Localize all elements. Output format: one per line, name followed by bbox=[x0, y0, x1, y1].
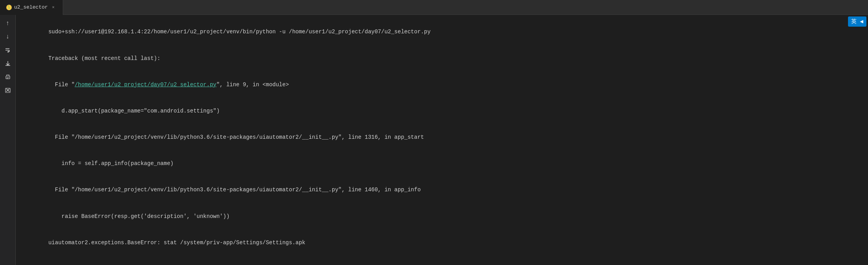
python-icon: 🐍 bbox=[6, 5, 12, 10]
file-prefix: File " bbox=[48, 82, 75, 88]
terminal-line-7: File "/home/user1/u2_project/venv/lib/py… bbox=[22, 177, 838, 203]
code-text-2: info = self.app_info(package_name) bbox=[48, 160, 173, 167]
lang-badge-label: 英 ◀ bbox=[851, 18, 863, 25]
terminal-area[interactable]: sudo+ssh://user1@192.168.1.4:22/home/use… bbox=[16, 15, 844, 265]
right-panel: 英 ◀ bbox=[844, 15, 868, 265]
file-suffix: ", line 9, in <module> bbox=[217, 82, 289, 88]
download-button[interactable] bbox=[2, 58, 13, 69]
terminal-line-6: info = self.app_info(package_name) bbox=[22, 151, 838, 177]
main-content: ↑ ↓ bbox=[0, 15, 868, 265]
scroll-up-button[interactable]: ↑ bbox=[2, 18, 13, 29]
tab-close-button[interactable]: × bbox=[50, 4, 56, 11]
left-toolbar: ↑ ↓ bbox=[0, 15, 16, 265]
terminal-line-8: raise BaseError(resp.get('description', … bbox=[22, 203, 838, 229]
code-text-1: d.app_start(package_name="com.android.se… bbox=[48, 108, 220, 114]
file-link-text[interactable]: /home/user1/u2_project/day07/u2_selector… bbox=[75, 82, 216, 88]
file-plain-2: File "/home/user1/u2_project/venv/lib/py… bbox=[48, 187, 420, 193]
wrap-button[interactable] bbox=[2, 45, 13, 56]
file-plain-1: File "/home/user1/u2_project/venv/lib/py… bbox=[48, 134, 424, 140]
scroll-down-button[interactable]: ↓ bbox=[2, 31, 13, 42]
traceback-text: Traceback (most recent call last): bbox=[48, 55, 160, 62]
print-button[interactable] bbox=[2, 71, 13, 82]
terminal-line-10: package:/system/priv-app/Settings/Settin… bbox=[22, 256, 838, 265]
clear-button[interactable] bbox=[2, 85, 13, 96]
tab-label: u2_selector bbox=[14, 4, 48, 10]
terminal-line-5: File "/home/user1/u2_project/venv/lib/py… bbox=[22, 124, 838, 151]
window: 🐍 u2_selector × ↑ ↓ bbox=[0, 0, 868, 265]
terminal-line-4: d.app_start(package_name="com.android.se… bbox=[22, 98, 838, 124]
tab-u2-selector[interactable]: 🐍 u2_selector × bbox=[0, 0, 63, 15]
terminal-line-3: File "/home/user1/u2_project/day07/u2_se… bbox=[22, 71, 838, 98]
tab-bar: 🐍 u2_selector × bbox=[0, 0, 868, 15]
terminal-line-9: uiautomator2.exceptions.BaseError: stat … bbox=[22, 229, 838, 256]
terminal-line-2: Traceback (most recent call last): bbox=[22, 45, 838, 71]
command-text: sudo+ssh://user1@192.168.1.4:22/home/use… bbox=[48, 29, 431, 35]
lang-badge[interactable]: 英 ◀ bbox=[848, 16, 866, 27]
error-msg-1: uiautomator2.exceptions.BaseError: stat … bbox=[48, 240, 305, 246]
code-text-3: raise BaseError(resp.get('description', … bbox=[48, 213, 229, 220]
terminal-line-1: sudo+ssh://user1@192.168.1.4:22/home/use… bbox=[22, 19, 838, 45]
